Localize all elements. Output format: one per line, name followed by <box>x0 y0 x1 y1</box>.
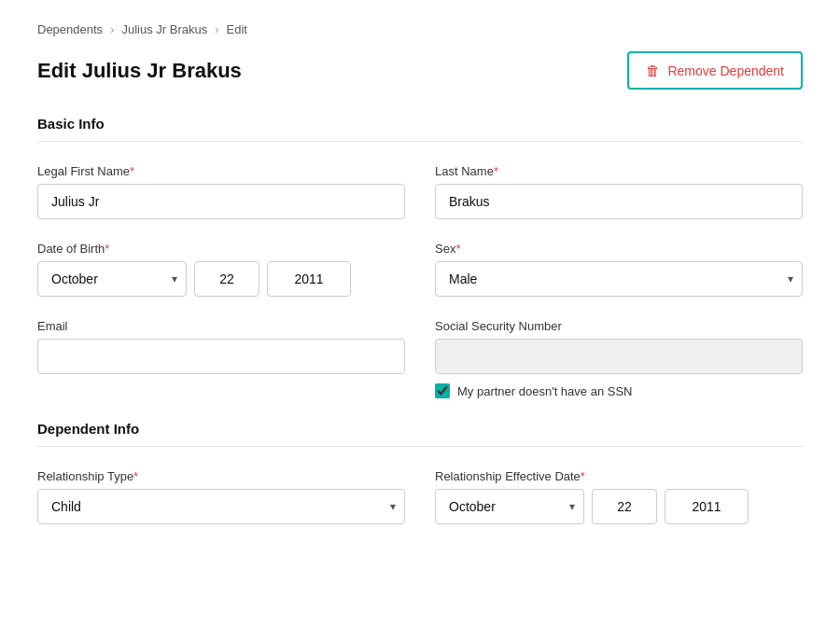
dob-group: Date of Birth* JanuaryFebruaryMarch Apri… <box>37 242 405 297</box>
dependent-info-section: Dependent Info Relationship Type* Child … <box>37 421 803 524</box>
required-star-2: * <box>494 164 498 178</box>
sex-wrapper: Male Female Other ▾ <box>435 261 803 297</box>
required-star-5: * <box>133 469 138 483</box>
breadcrumb-person[interactable]: Julius Jr Brakus <box>121 22 207 36</box>
relationship-type-select[interactable]: Child Spouse Domestic Partner <box>37 489 405 524</box>
dependent-info-divider <box>37 446 803 447</box>
breadcrumb-dependents[interactable]: Dependents <box>37 22 103 36</box>
ssn-label: Social Security Number <box>435 319 803 333</box>
sex-select[interactable]: Male Female Other <box>435 261 803 297</box>
eff-month-wrapper: JanuaryFebruaryMarch AprilMayJune JulyAu… <box>435 489 584 524</box>
dob-month-select[interactable]: JanuaryFebruaryMarch AprilMayJune JulyAu… <box>37 261 187 297</box>
dob-inputs: JanuaryFebruaryMarch AprilMayJune JulyAu… <box>37 261 405 297</box>
breadcrumb-edit: Edit <box>227 22 247 36</box>
ssn-checkbox-label: My partner doesn't have an SSN <box>457 384 632 398</box>
relationship-type-wrapper: Child Spouse Domestic Partner ▾ <box>37 489 405 524</box>
header-row: Edit Julius Jr Brakus 🗑 Remove Dependent <box>37 51 803 90</box>
dependent-info-title: Dependent Info <box>37 421 803 437</box>
email-label: Email <box>37 319 405 333</box>
remove-button-label: Remove Dependent <box>667 63 784 78</box>
basic-info-divider <box>37 141 803 142</box>
email-ssn-row: Email Social Security Number My partner … <box>37 319 803 398</box>
relationship-row: Relationship Type* Child Spouse Domestic… <box>37 469 803 524</box>
legal-first-name-group: Legal First Name* <box>37 164 405 219</box>
dob-day-input[interactable] <box>194 261 259 297</box>
dob-sex-row: Date of Birth* JanuaryFebruaryMarch Apri… <box>37 242 803 297</box>
ssn-checkbox[interactable] <box>435 383 450 398</box>
basic-info-title: Basic Info <box>37 116 803 132</box>
breadcrumb-sep-2: › <box>215 22 218 36</box>
basic-info-section: Basic Info Legal First Name* Last Name* <box>37 116 803 398</box>
page-title: Edit Julius Jr Brakus <box>37 59 242 83</box>
eff-year-input[interactable] <box>665 489 749 524</box>
legal-first-name-input[interactable] <box>37 184 405 219</box>
effective-date-group: Relationship Effective Date* JanuaryFebr… <box>435 469 803 524</box>
dob-label: Date of Birth* <box>37 242 405 256</box>
dob-month-wrapper: JanuaryFebruaryMarch AprilMayJune JulyAu… <box>37 261 187 297</box>
effective-date-label: Relationship Effective Date* <box>435 469 803 483</box>
email-group: Email <box>37 319 405 398</box>
ssn-checkbox-row: My partner doesn't have an SSN <box>435 383 803 398</box>
trash-icon: 🗑 <box>646 63 660 78</box>
last-name-group: Last Name* <box>435 164 803 219</box>
legal-first-name-label: Legal First Name* <box>37 164 405 178</box>
ssn-group: Social Security Number My partner doesn'… <box>435 319 803 398</box>
name-row: Legal First Name* Last Name* <box>37 164 803 219</box>
required-star-4: * <box>455 242 460 256</box>
required-star-3: * <box>105 242 109 256</box>
relationship-type-label: Relationship Type* <box>37 469 405 483</box>
required-star-6: * <box>581 469 585 483</box>
last-name-label: Last Name* <box>435 164 803 178</box>
breadcrumb-sep-1: › <box>110 22 114 36</box>
required-star: * <box>130 164 134 178</box>
remove-dependent-button[interactable]: 🗑 Remove Dependent <box>627 51 803 90</box>
eff-month-select[interactable]: JanuaryFebruaryMarch AprilMayJune JulyAu… <box>435 489 584 524</box>
sex-label: Sex* <box>435 242 803 256</box>
email-input[interactable] <box>37 339 405 374</box>
breadcrumb: Dependents › Julius Jr Brakus › Edit <box>37 22 803 36</box>
dob-year-input[interactable] <box>267 261 351 297</box>
edit-dependent-page: Dependents › Julius Jr Brakus › Edit Edi… <box>0 0 840 640</box>
ssn-input <box>435 339 803 374</box>
relationship-type-group: Relationship Type* Child Spouse Domestic… <box>37 469 405 524</box>
last-name-input[interactable] <box>435 184 803 219</box>
effective-date-inputs: JanuaryFebruaryMarch AprilMayJune JulyAu… <box>435 489 803 524</box>
sex-group: Sex* Male Female Other ▾ <box>435 242 803 297</box>
eff-day-input[interactable] <box>592 489 657 524</box>
